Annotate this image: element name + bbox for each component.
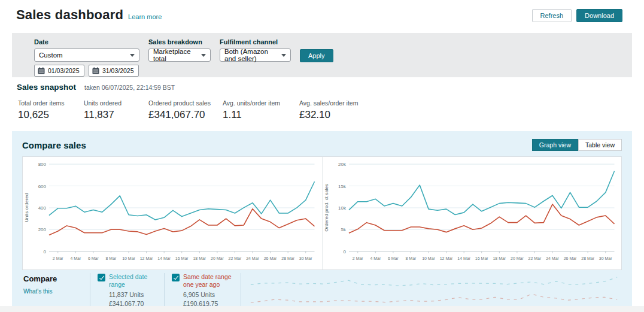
- svg-text:8 Mar: 8 Mar: [405, 256, 416, 260]
- legend-units: 11,837 Units: [109, 290, 164, 299]
- svg-text:22 Mar: 22 Mar: [528, 256, 541, 260]
- svg-text:24 Mar: 24 Mar: [246, 256, 259, 260]
- svg-text:15k: 15k: [338, 184, 347, 189]
- svg-text:2 Mar: 2 Mar: [352, 256, 363, 260]
- date-select-value: Custom: [39, 52, 63, 59]
- svg-text:28 Mar: 28 Mar: [281, 256, 294, 260]
- sales-breakdown-filter: Sales breakdown Marketplace total: [148, 38, 211, 62]
- download-button[interactable]: Download: [576, 9, 622, 22]
- svg-text:24 Mar: 24 Mar: [546, 256, 559, 260]
- selected-date-range-checkbox[interactable]: [98, 274, 105, 281]
- svg-text:10 Mar: 10 Mar: [122, 256, 135, 260]
- svg-text:Units ordered: Units ordered: [24, 193, 29, 222]
- svg-text:0: 0: [44, 249, 47, 255]
- apply-col: Apply: [300, 38, 333, 62]
- selected-range-sparkline: [248, 275, 619, 287]
- sales-snapshot-title: Sales snapshot: [17, 83, 76, 92]
- apply-button[interactable]: Apply: [300, 49, 333, 62]
- end-date-value: 31/03/2025: [102, 67, 134, 74]
- svg-text:12 Mar: 12 Mar: [140, 256, 153, 260]
- start-date-input[interactable]: 01/03/2025: [34, 65, 84, 77]
- svg-text:200: 200: [38, 227, 47, 232]
- svg-text:6 Mar: 6 Mar: [88, 256, 99, 260]
- footer-strip: [0, 306, 644, 312]
- end-date-input[interactable]: 31/03/2025: [89, 65, 139, 77]
- sales-dashboard-page: Sales dashboard Learn more Refresh Downl…: [0, 0, 644, 312]
- date-select[interactable]: Custom: [34, 49, 139, 62]
- svg-text:400: 400: [38, 205, 47, 211]
- svg-text:16 Mar: 16 Mar: [175, 256, 189, 260]
- metric-units-ordered: Units ordered 11,837: [84, 99, 148, 126]
- date-filter: Date Custom 01/03/2025 31/03/2025: [34, 38, 139, 77]
- svg-text:12 Mar: 12 Mar: [439, 256, 452, 260]
- legend-units: 6,905 Units: [183, 290, 241, 299]
- legend-selected-date-range: Selected date range 11,837 Units £341,06…: [90, 273, 164, 308]
- svg-text:Ordered prod. ct sales: Ordered prod. ct sales: [324, 184, 329, 232]
- svg-text:2 Mar: 2 Mar: [53, 256, 63, 260]
- svg-text:4 Mar: 4 Mar: [70, 256, 81, 260]
- legend-label: Selected date range: [109, 273, 164, 289]
- previous-range-sparkline: [248, 292, 619, 304]
- metric-avg-units-order-item: Avg. units/order item 1.11: [223, 99, 299, 126]
- sales-breakdown-select[interactable]: Marketplace total: [148, 49, 211, 62]
- date-filter-label: Date: [34, 38, 139, 46]
- svg-text:20 Mar: 20 Mar: [511, 256, 524, 260]
- svg-text:600: 600: [38, 184, 47, 189]
- chevron-down-icon: [281, 54, 286, 57]
- svg-text:18 Mar: 18 Mar: [193, 256, 206, 260]
- metric-label: Units ordered: [84, 99, 148, 107]
- graph-view-button[interactable]: Graph view: [532, 139, 578, 151]
- svg-text:14 Mar: 14 Mar: [457, 256, 470, 260]
- legend-item: Same date range one year ago: [172, 273, 241, 289]
- sales-snapshot-timestamp: taken 06/07/2025, 22:14:59 BST: [84, 84, 175, 91]
- legend-label: Same date range one year ago: [183, 273, 241, 289]
- ordered-product-sales-chart: 05k10k15k20k2 Mar4 Mar6 Mar8 Mar10 Mar12…: [323, 157, 622, 269]
- svg-text:8 Mar: 8 Mar: [106, 256, 117, 260]
- metric-value: 11,837: [84, 109, 148, 121]
- fulfilment-channel-label: Fulfilment channel: [220, 38, 291, 46]
- svg-text:10k: 10k: [338, 205, 347, 211]
- svg-text:10 Mar: 10 Mar: [422, 256, 435, 260]
- svg-text:20k: 20k: [338, 162, 347, 167]
- metrics-row: Total order items 10,625 Units ordered 1…: [0, 96, 644, 126]
- fulfilment-channel-select[interactable]: Both (Amazon and seller): [220, 49, 291, 62]
- svg-text:30 Mar: 30 Mar: [599, 256, 612, 260]
- legend-same-date-range-one-year-ago: Same date range one year ago 6,905 Units…: [164, 273, 241, 308]
- svg-text:26 Mar: 26 Mar: [563, 256, 576, 260]
- metric-value: 10,625: [18, 109, 84, 121]
- start-date-value: 01/03/2025: [48, 67, 80, 74]
- metric-value: £32.10: [299, 109, 358, 121]
- chevron-down-icon: [201, 54, 206, 57]
- calendar-icon: [38, 67, 45, 74]
- chevron-down-icon: [130, 54, 135, 57]
- calendar-icon: [92, 67, 99, 74]
- metric-ordered-product-sales: Ordered product sales £341,067.70: [148, 99, 223, 126]
- table-view-button[interactable]: Table view: [578, 139, 622, 151]
- metric-total-order-items: Total order items 10,625: [18, 99, 84, 126]
- metric-label: Total order items: [18, 99, 84, 107]
- compare-legend: Compare What's this Selected date range …: [22, 273, 622, 308]
- fulfilment-channel-filter: Fulfilment channel Both (Amazon and sell…: [220, 38, 291, 62]
- top-actions: Refresh Download: [532, 9, 622, 22]
- same-date-range-checkbox[interactable]: [172, 274, 180, 281]
- whats-this-link[interactable]: What's this: [23, 288, 53, 295]
- svg-text:16 Mar: 16 Mar: [475, 256, 488, 260]
- sales-breakdown-value: Marketplace total: [153, 48, 198, 62]
- compare-sales-section: Compare sales Graph view Table view 0200…: [12, 131, 632, 307]
- compare-sales-title: Compare sales: [22, 140, 86, 150]
- compare-label: Compare: [23, 274, 57, 283]
- learn-more-link[interactable]: Learn more: [128, 13, 162, 20]
- metric-label: Ordered product sales: [148, 99, 223, 107]
- svg-text:800: 800: [38, 162, 47, 167]
- svg-text:14 Mar: 14 Mar: [157, 256, 171, 260]
- svg-text:6 Mar: 6 Mar: [387, 256, 398, 260]
- refresh-button[interactable]: Refresh: [532, 9, 572, 22]
- compare-sales-header: Compare sales Graph view Table view: [22, 137, 622, 153]
- units-ordered-chart: 02004006008002 Mar4 Mar6 Mar8 Mar10 Mar1…: [23, 157, 323, 269]
- legend-item: Selected date range: [98, 273, 164, 289]
- top-bar: Sales dashboard Learn more Refresh Downl…: [0, 0, 644, 28]
- page-title: Sales dashboard: [16, 7, 123, 23]
- svg-text:0: 0: [343, 249, 346, 255]
- metric-label: Avg. sales/order item: [299, 99, 358, 107]
- svg-text:18 Mar: 18 Mar: [493, 256, 506, 260]
